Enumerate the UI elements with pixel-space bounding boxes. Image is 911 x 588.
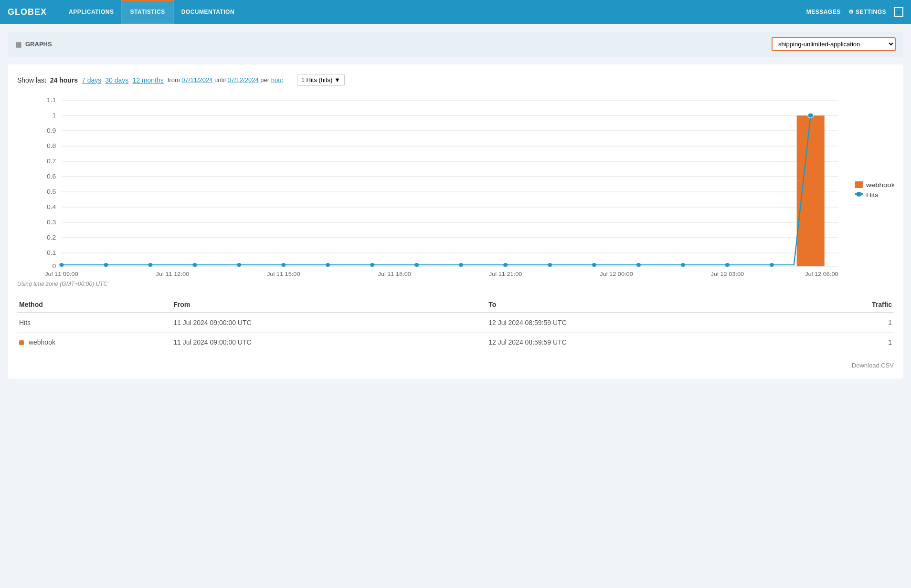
main-content: ▦ GRAPHS shipping-unlimited-application …	[0, 24, 911, 386]
row-from-webhook: 11 Jul 2024 09:00:00 UTC	[171, 333, 487, 352]
svg-text:Jul 12 03:00: Jul 12 03:00	[711, 271, 744, 277]
svg-text:0.8: 0.8	[47, 143, 56, 149]
per-label: per	[260, 76, 269, 84]
row-to-hits: 12 Jul 2024 08:59:59 UTC	[487, 313, 802, 333]
graphs-title: ▦ GRAPHS	[15, 41, 52, 48]
svg-text:Jul 11 21:00: Jul 11 21:00	[489, 271, 522, 277]
svg-text:0.1: 0.1	[47, 250, 56, 256]
svg-point-47	[725, 263, 730, 267]
svg-text:webhook: webhook	[866, 181, 894, 189]
svg-point-32	[59, 263, 64, 267]
svg-point-48	[770, 263, 774, 267]
period-12months[interactable]: 12 months	[132, 76, 163, 84]
svg-text:Jul 11 09:00: Jul 11 09:00	[45, 271, 78, 277]
svg-point-40	[414, 263, 419, 267]
svg-text:Jul 11 18:00: Jul 11 18:00	[378, 271, 411, 277]
show-last-label: Show last	[17, 76, 46, 84]
svg-text:Jul 11 15:00: Jul 11 15:00	[267, 271, 300, 277]
row-traffic-webhook: 1	[802, 333, 894, 352]
table-row: Hits 11 Jul 2024 09:00:00 UTC 12 Jul 202…	[17, 313, 894, 333]
row-to-webhook: 12 Jul 2024 08:59:59 UTC	[487, 333, 802, 352]
svg-text:Jul 12 00:00: Jul 12 00:00	[600, 271, 633, 277]
row-from-hits: 11 Jul 2024 09:00:00 UTC	[171, 313, 487, 333]
svg-point-33	[104, 263, 108, 267]
svg-point-43	[548, 263, 552, 267]
metric-selector[interactable]: 1 Hits (hits) ▼	[297, 74, 345, 86]
nav-items: APPLICATIONS STATISTICS DOCUMENTATION	[61, 0, 806, 24]
nav-settings[interactable]: ⚙ SETTINGS	[848, 9, 886, 15]
graphs-label: GRAPHS	[25, 41, 52, 48]
col-to: To	[487, 297, 802, 313]
svg-text:1.1: 1.1	[47, 97, 56, 104]
active-period: 24 hours	[50, 76, 78, 84]
col-method: Method	[17, 297, 171, 313]
svg-text:0.6: 0.6	[47, 173, 56, 180]
logo: GLOBEX	[8, 7, 47, 17]
svg-text:0.5: 0.5	[47, 189, 56, 195]
svg-text:1: 1	[53, 112, 56, 119]
chart-svg: 1.1 1 0.9 0.8 0.7 0.6 0.5 0.4 0.3 0.2 0.…	[17, 95, 894, 277]
date-range: from 07/11/2024 until 07/12/2024 per hou…	[168, 76, 284, 84]
svg-point-45	[636, 263, 641, 267]
until-date[interactable]: 07/12/2024	[228, 76, 259, 84]
time-controls: Show last 24 hours 7 days 30 days 12 mon…	[17, 74, 894, 86]
col-from: From	[171, 297, 487, 313]
col-traffic: Traffic	[802, 297, 894, 313]
svg-text:0.7: 0.7	[47, 158, 56, 165]
svg-text:0.9: 0.9	[47, 127, 56, 134]
graphs-panel: ▦ GRAPHS shipping-unlimited-application	[8, 32, 903, 57]
svg-point-46	[681, 263, 685, 267]
nav-messages[interactable]: MESSAGES	[806, 9, 841, 15]
svg-text:0.2: 0.2	[47, 234, 56, 241]
per-unit[interactable]: hour	[271, 76, 284, 84]
row-method-hits: Hits	[17, 313, 171, 333]
svg-point-53	[856, 192, 862, 197]
timezone-note: Using time zone (GMT+00:00) UTC	[17, 281, 894, 287]
svg-point-49	[808, 113, 814, 118]
svg-point-37	[281, 263, 286, 267]
nav-item-documentation[interactable]: DOCUMENTATION	[174, 0, 242, 24]
nav-item-statistics[interactable]: STATISTICS	[121, 0, 173, 24]
svg-text:Jul 11 12:00: Jul 11 12:00	[156, 271, 190, 277]
svg-text:0.3: 0.3	[47, 219, 56, 226]
period-7days[interactable]: 7 days	[82, 76, 101, 84]
svg-point-44	[592, 263, 596, 267]
logout-icon[interactable]: →	[894, 7, 903, 17]
svg-point-36	[237, 263, 241, 267]
from-date[interactable]: 07/11/2024	[181, 76, 212, 84]
until-label: until	[214, 76, 226, 84]
svg-text:Hits: Hits	[866, 191, 879, 199]
svg-point-34	[148, 263, 152, 267]
download-csv-link[interactable]: Download CSV	[852, 362, 894, 369]
svg-text:Jul 12 06:00: Jul 12 06:00	[805, 271, 838, 277]
svg-point-35	[192, 263, 197, 267]
svg-point-38	[326, 263, 330, 267]
from-label: from	[168, 76, 180, 84]
svg-text:0: 0	[53, 263, 56, 270]
nav-right: MESSAGES ⚙ SETTINGS →	[806, 7, 903, 17]
top-navigation: GLOBEX APPLICATIONS STATISTICS DOCUMENTA…	[0, 0, 911, 24]
row-traffic-hits: 1	[802, 313, 894, 333]
stats-table: Method From To Traffic Hits 11 Jul 2024 …	[17, 297, 894, 352]
svg-point-39	[370, 263, 374, 267]
svg-point-41	[459, 263, 463, 267]
main-card: Show last 24 hours 7 days 30 days 12 mon…	[8, 64, 903, 378]
download-row: Download CSV	[17, 362, 894, 369]
svg-point-42	[503, 263, 508, 267]
hits-line	[62, 116, 811, 265]
table-row: webhook 11 Jul 2024 09:00:00 UTC 12 Jul …	[17, 333, 894, 352]
app-selector[interactable]: shipping-unlimited-application	[772, 37, 896, 51]
svg-rect-50	[855, 181, 863, 188]
nav-item-applications[interactable]: APPLICATIONS	[61, 0, 121, 24]
webhook-label: webhook	[29, 338, 55, 346]
svg-text:0.4: 0.4	[47, 204, 56, 210]
chart-container: 1.1 1 0.9 0.8 0.7 0.6 0.5 0.4 0.3 0.2 0.…	[17, 95, 894, 277]
period-30days[interactable]: 30 days	[105, 76, 128, 84]
graphs-icon: ▦	[15, 41, 21, 48]
webhook-dot	[19, 340, 24, 345]
webhook-bar	[797, 116, 825, 266]
row-method-webhook: webhook	[17, 333, 171, 352]
